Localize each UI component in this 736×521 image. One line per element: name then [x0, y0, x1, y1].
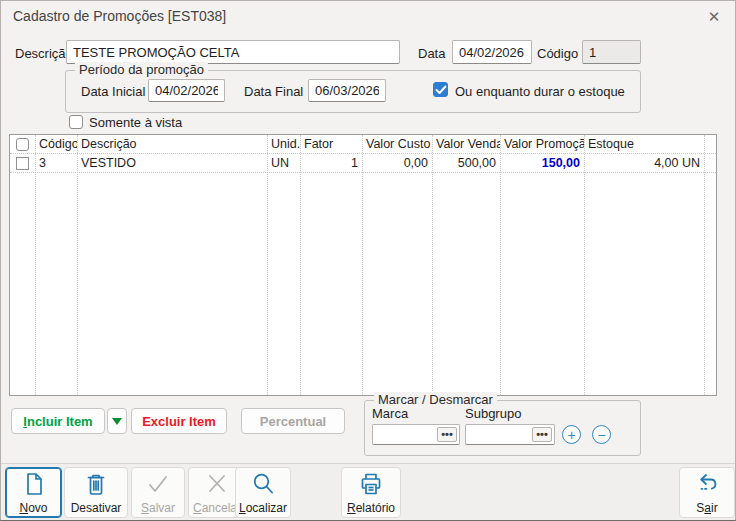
percentual-button: Percentual — [241, 408, 345, 434]
bottom-toolbar: Novo Desativar Salvar Cancelar — [1, 463, 735, 520]
data-inicial-input[interactable] — [148, 79, 225, 102]
search-icon — [250, 471, 276, 497]
cell-valor-custo: 0,00 — [362, 156, 432, 170]
grid-header-row: Código Descrição Unid. Fator Valor Custo… — [10, 135, 716, 154]
incluir-item-dropdown-button[interactable] — [107, 408, 127, 434]
subgrupo-label: Subgrupo — [465, 406, 521, 421]
cell-valor-venda: 500,00 — [432, 156, 500, 170]
somente-a-vista-label: Somente à vista — [89, 115, 182, 130]
back-arrow-icon — [694, 471, 720, 497]
items-grid[interactable]: Código Descrição Unid. Fator Valor Custo… — [9, 134, 717, 396]
check-icon — [145, 471, 171, 497]
periodo-groupbox: Período da promoção Data Inicial Data Fi… — [65, 70, 641, 113]
select-all-checkbox[interactable] — [16, 138, 29, 151]
trash-icon — [83, 471, 109, 497]
column-header-descricao[interactable]: Descrição — [77, 137, 267, 151]
codigo-label: Código — [537, 46, 578, 61]
descricao-input[interactable] — [66, 40, 400, 64]
close-button[interactable]: ✕ — [699, 5, 729, 28]
data-final-label: Data Final — [244, 84, 303, 99]
row-checkbox[interactable] — [16, 157, 29, 170]
grid-column-divider — [432, 135, 433, 395]
cell-unid: UN — [267, 156, 300, 170]
sair-button[interactable]: Sair — [679, 467, 735, 518]
marca-label: Marca — [372, 406, 408, 421]
minus-icon: − — [597, 428, 605, 442]
grid-column-divider — [704, 135, 705, 395]
dialog-window: Cadastro de Promoções [EST038] ✕ Descriç… — [0, 0, 736, 521]
somente-a-vista-checkbox[interactable] — [69, 115, 83, 129]
column-header-valor-venda[interactable]: Valor Venda — [432, 137, 500, 151]
data-label: Data — [418, 46, 445, 61]
ellipsis-icon: ••• — [536, 428, 548, 440]
column-header-valor-promocao[interactable]: Valor Promoção — [500, 137, 584, 151]
table-row[interactable]: 3 VESTIDO UN 1 0,00 500,00 150,00 4,00 U… — [10, 154, 716, 173]
cell-descricao: VESTIDO — [77, 156, 267, 170]
cell-valor-promocao: 150,00 — [500, 156, 584, 170]
column-header-estoque[interactable]: Estoque — [584, 137, 704, 151]
dropdown-arrow-icon — [112, 418, 122, 425]
grid-column-divider — [362, 135, 363, 395]
incluir-item-button[interactable]: Incluir Item — [11, 408, 105, 434]
desmarcar-minus-button[interactable]: − — [592, 425, 611, 444]
marca-input[interactable]: ••• — [372, 424, 460, 445]
x-icon — [204, 471, 230, 497]
relatorio-button[interactable]: Relatório — [341, 467, 401, 518]
check-icon — [435, 85, 447, 95]
grid-column-divider — [35, 135, 36, 395]
column-header-valor-custo[interactable]: Valor Custo — [362, 137, 432, 151]
plus-icon: + — [567, 428, 575, 442]
column-header-fator[interactable]: Fator — [300, 137, 362, 151]
descricao-label: Descrição — [15, 46, 73, 61]
cell-estoque: 4,00 UN — [584, 156, 704, 170]
title-bar: Cadastro de Promoções [EST038] ✕ — [1, 1, 735, 31]
subgrupo-input[interactable]: ••• — [465, 424, 555, 445]
ou-enquanto-durar-label: Ou enquanto durar o estoque — [455, 84, 625, 99]
marcar-desmarcar-groupbox: Marcar / Desmarcar Marca ••• Subgrupo ••… — [364, 400, 641, 456]
ellipsis-icon: ••• — [441, 428, 453, 440]
grid-column-divider — [267, 135, 268, 395]
marca-lookup-button[interactable]: ••• — [437, 427, 457, 442]
subgrupo-lookup-button[interactable]: ••• — [532, 427, 552, 442]
desativar-button[interactable]: Desativar — [64, 467, 128, 518]
new-document-icon — [21, 471, 47, 497]
column-header-codigo[interactable]: Código — [35, 137, 77, 151]
localizar-button[interactable]: Localizar — [235, 467, 291, 518]
data-final-input[interactable] — [308, 79, 386, 102]
excluir-item-button[interactable]: Excluir Item — [131, 408, 227, 434]
grid-column-divider — [300, 135, 301, 395]
marcar-plus-button[interactable]: + — [562, 425, 581, 444]
salvar-button: Salvar — [131, 467, 185, 518]
grid-column-divider — [500, 135, 501, 395]
grid-column-divider — [584, 135, 585, 395]
column-header-unid[interactable]: Unid. — [267, 137, 300, 151]
novo-button[interactable]: Novo — [5, 467, 62, 518]
data-input[interactable] — [452, 40, 532, 64]
cell-fator: 1 — [300, 156, 362, 170]
marcar-group-title: Marcar / Desmarcar — [374, 392, 497, 407]
cell-codigo: 3 — [35, 156, 77, 170]
ou-enquanto-durar-checkbox[interactable] — [433, 82, 448, 97]
data-inicial-label: Data Inicial — [81, 84, 145, 99]
periodo-group-title: Período da promoção — [75, 62, 208, 77]
printer-icon — [358, 471, 384, 497]
close-icon: ✕ — [708, 8, 721, 26]
codigo-field — [582, 40, 641, 64]
grid-column-divider — [77, 135, 78, 395]
window-title: Cadastro de Promoções [EST038] — [13, 8, 226, 24]
